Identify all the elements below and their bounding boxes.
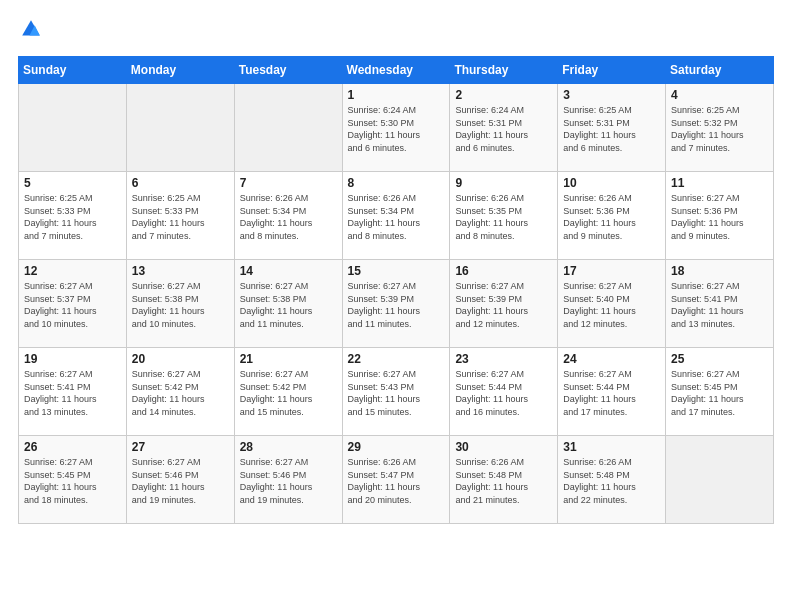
day-cell (126, 84, 234, 172)
day-number: 6 (132, 176, 229, 190)
day-number: 26 (24, 440, 121, 454)
day-info: Sunrise: 6:26 AMSunset: 5:47 PMDaylight:… (348, 456, 445, 506)
week-row-5: 26Sunrise: 6:27 AMSunset: 5:45 PMDayligh… (19, 436, 774, 524)
col-header-saturday: Saturday (666, 57, 774, 84)
day-number: 25 (671, 352, 768, 366)
day-info: Sunrise: 6:27 AMSunset: 5:40 PMDaylight:… (563, 280, 660, 330)
page: SundayMondayTuesdayWednesdayThursdayFrid… (0, 0, 792, 612)
day-cell: 13Sunrise: 6:27 AMSunset: 5:38 PMDayligh… (126, 260, 234, 348)
day-info: Sunrise: 6:24 AMSunset: 5:31 PMDaylight:… (455, 104, 552, 154)
day-cell: 31Sunrise: 6:26 AMSunset: 5:48 PMDayligh… (558, 436, 666, 524)
day-number: 15 (348, 264, 445, 278)
calendar-header-row: SundayMondayTuesdayWednesdayThursdayFrid… (19, 57, 774, 84)
day-number: 3 (563, 88, 660, 102)
day-cell: 17Sunrise: 6:27 AMSunset: 5:40 PMDayligh… (558, 260, 666, 348)
day-cell: 22Sunrise: 6:27 AMSunset: 5:43 PMDayligh… (342, 348, 450, 436)
header (18, 18, 774, 44)
day-number: 12 (24, 264, 121, 278)
day-cell: 21Sunrise: 6:27 AMSunset: 5:42 PMDayligh… (234, 348, 342, 436)
col-header-wednesday: Wednesday (342, 57, 450, 84)
day-cell: 7Sunrise: 6:26 AMSunset: 5:34 PMDaylight… (234, 172, 342, 260)
day-number: 9 (455, 176, 552, 190)
day-cell: 27Sunrise: 6:27 AMSunset: 5:46 PMDayligh… (126, 436, 234, 524)
day-info: Sunrise: 6:27 AMSunset: 5:41 PMDaylight:… (671, 280, 768, 330)
day-number: 18 (671, 264, 768, 278)
day-cell: 28Sunrise: 6:27 AMSunset: 5:46 PMDayligh… (234, 436, 342, 524)
day-number: 30 (455, 440, 552, 454)
day-number: 27 (132, 440, 229, 454)
col-header-friday: Friday (558, 57, 666, 84)
day-number: 31 (563, 440, 660, 454)
day-number: 11 (671, 176, 768, 190)
day-cell: 19Sunrise: 6:27 AMSunset: 5:41 PMDayligh… (19, 348, 127, 436)
day-cell: 4Sunrise: 6:25 AMSunset: 5:32 PMDaylight… (666, 84, 774, 172)
day-info: Sunrise: 6:26 AMSunset: 5:36 PMDaylight:… (563, 192, 660, 242)
day-number: 10 (563, 176, 660, 190)
day-number: 17 (563, 264, 660, 278)
day-number: 16 (455, 264, 552, 278)
day-number: 8 (348, 176, 445, 190)
day-number: 19 (24, 352, 121, 366)
logo-icon (20, 18, 42, 40)
week-row-1: 1Sunrise: 6:24 AMSunset: 5:30 PMDaylight… (19, 84, 774, 172)
day-number: 22 (348, 352, 445, 366)
day-cell: 14Sunrise: 6:27 AMSunset: 5:38 PMDayligh… (234, 260, 342, 348)
day-cell: 23Sunrise: 6:27 AMSunset: 5:44 PMDayligh… (450, 348, 558, 436)
day-cell: 9Sunrise: 6:26 AMSunset: 5:35 PMDaylight… (450, 172, 558, 260)
day-info: Sunrise: 6:27 AMSunset: 5:42 PMDaylight:… (132, 368, 229, 418)
day-info: Sunrise: 6:26 AMSunset: 5:34 PMDaylight:… (240, 192, 337, 242)
day-info: Sunrise: 6:27 AMSunset: 5:41 PMDaylight:… (24, 368, 121, 418)
day-number: 1 (348, 88, 445, 102)
day-cell: 6Sunrise: 6:25 AMSunset: 5:33 PMDaylight… (126, 172, 234, 260)
day-cell: 15Sunrise: 6:27 AMSunset: 5:39 PMDayligh… (342, 260, 450, 348)
day-info: Sunrise: 6:27 AMSunset: 5:42 PMDaylight:… (240, 368, 337, 418)
day-info: Sunrise: 6:27 AMSunset: 5:45 PMDaylight:… (24, 456, 121, 506)
day-info: Sunrise: 6:27 AMSunset: 5:44 PMDaylight:… (455, 368, 552, 418)
day-cell: 25Sunrise: 6:27 AMSunset: 5:45 PMDayligh… (666, 348, 774, 436)
day-number: 29 (348, 440, 445, 454)
week-row-4: 19Sunrise: 6:27 AMSunset: 5:41 PMDayligh… (19, 348, 774, 436)
day-cell (19, 84, 127, 172)
day-cell: 11Sunrise: 6:27 AMSunset: 5:36 PMDayligh… (666, 172, 774, 260)
day-cell: 20Sunrise: 6:27 AMSunset: 5:42 PMDayligh… (126, 348, 234, 436)
week-row-3: 12Sunrise: 6:27 AMSunset: 5:37 PMDayligh… (19, 260, 774, 348)
day-number: 13 (132, 264, 229, 278)
day-cell (666, 436, 774, 524)
day-info: Sunrise: 6:27 AMSunset: 5:43 PMDaylight:… (348, 368, 445, 418)
day-cell: 16Sunrise: 6:27 AMSunset: 5:39 PMDayligh… (450, 260, 558, 348)
day-info: Sunrise: 6:27 AMSunset: 5:38 PMDaylight:… (240, 280, 337, 330)
col-header-tuesday: Tuesday (234, 57, 342, 84)
day-cell: 26Sunrise: 6:27 AMSunset: 5:45 PMDayligh… (19, 436, 127, 524)
logo (18, 18, 42, 44)
day-info: Sunrise: 6:26 AMSunset: 5:48 PMDaylight:… (563, 456, 660, 506)
calendar-table: SundayMondayTuesdayWednesdayThursdayFrid… (18, 56, 774, 524)
day-number: 4 (671, 88, 768, 102)
day-info: Sunrise: 6:26 AMSunset: 5:35 PMDaylight:… (455, 192, 552, 242)
day-info: Sunrise: 6:27 AMSunset: 5:36 PMDaylight:… (671, 192, 768, 242)
day-cell: 10Sunrise: 6:26 AMSunset: 5:36 PMDayligh… (558, 172, 666, 260)
col-header-sunday: Sunday (19, 57, 127, 84)
day-number: 14 (240, 264, 337, 278)
day-cell: 29Sunrise: 6:26 AMSunset: 5:47 PMDayligh… (342, 436, 450, 524)
day-cell: 3Sunrise: 6:25 AMSunset: 5:31 PMDaylight… (558, 84, 666, 172)
day-info: Sunrise: 6:27 AMSunset: 5:46 PMDaylight:… (132, 456, 229, 506)
day-cell: 24Sunrise: 6:27 AMSunset: 5:44 PMDayligh… (558, 348, 666, 436)
day-number: 7 (240, 176, 337, 190)
day-cell: 5Sunrise: 6:25 AMSunset: 5:33 PMDaylight… (19, 172, 127, 260)
day-cell: 1Sunrise: 6:24 AMSunset: 5:30 PMDaylight… (342, 84, 450, 172)
day-info: Sunrise: 6:24 AMSunset: 5:30 PMDaylight:… (348, 104, 445, 154)
day-info: Sunrise: 6:25 AMSunset: 5:33 PMDaylight:… (132, 192, 229, 242)
day-cell: 12Sunrise: 6:27 AMSunset: 5:37 PMDayligh… (19, 260, 127, 348)
day-cell: 30Sunrise: 6:26 AMSunset: 5:48 PMDayligh… (450, 436, 558, 524)
day-number: 5 (24, 176, 121, 190)
day-number: 24 (563, 352, 660, 366)
day-info: Sunrise: 6:27 AMSunset: 5:46 PMDaylight:… (240, 456, 337, 506)
day-number: 23 (455, 352, 552, 366)
day-info: Sunrise: 6:26 AMSunset: 5:48 PMDaylight:… (455, 456, 552, 506)
day-info: Sunrise: 6:27 AMSunset: 5:39 PMDaylight:… (455, 280, 552, 330)
day-info: Sunrise: 6:25 AMSunset: 5:33 PMDaylight:… (24, 192, 121, 242)
week-row-2: 5Sunrise: 6:25 AMSunset: 5:33 PMDaylight… (19, 172, 774, 260)
day-info: Sunrise: 6:27 AMSunset: 5:44 PMDaylight:… (563, 368, 660, 418)
day-number: 28 (240, 440, 337, 454)
day-info: Sunrise: 6:25 AMSunset: 5:31 PMDaylight:… (563, 104, 660, 154)
